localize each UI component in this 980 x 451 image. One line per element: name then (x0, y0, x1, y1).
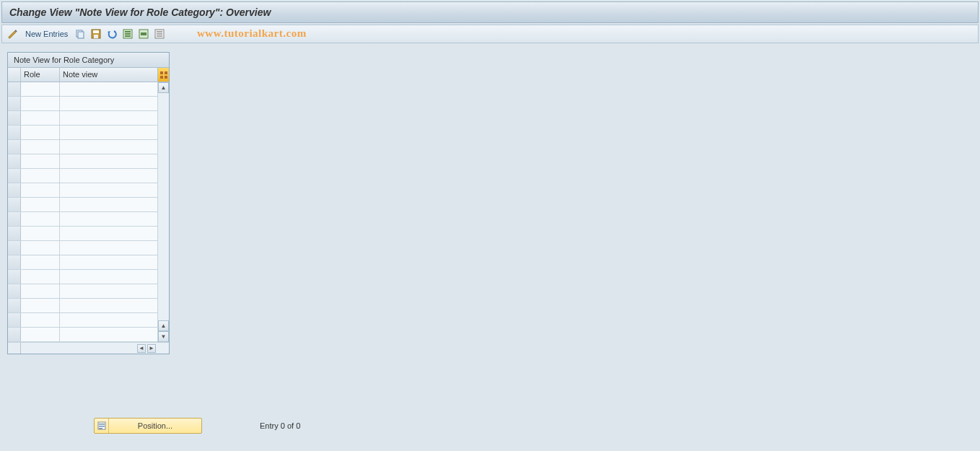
cell-role[interactable] (21, 270, 60, 284)
table-row[interactable] (8, 183, 157, 198)
column-selector-header[interactable] (8, 68, 21, 82)
table-row[interactable] (8, 198, 157, 212)
row-selector[interactable] (8, 270, 21, 284)
row-selector[interactable] (8, 227, 21, 240)
table-row[interactable] (8, 140, 157, 154)
cell-role[interactable] (21, 227, 60, 240)
scroll-right-icon[interactable]: ► (147, 344, 156, 353)
cell-role[interactable] (21, 82, 60, 96)
column-header-role[interactable]: Role (21, 68, 60, 82)
table-row[interactable] (8, 212, 157, 227)
cell-role[interactable] (21, 299, 60, 312)
deselect-all-icon[interactable] (153, 27, 166, 40)
cell-noteview[interactable] (60, 328, 157, 341)
scroll-down-icon[interactable]: ▼ (158, 331, 169, 342)
svg-rect-15 (160, 71, 163, 74)
table-row[interactable] (8, 328, 157, 342)
row-selector[interactable] (8, 183, 21, 197)
cell-noteview[interactable] (60, 241, 157, 255)
cell-role[interactable] (21, 241, 60, 255)
cell-role[interactable] (21, 97, 60, 110)
row-selector[interactable] (8, 241, 21, 255)
table-row[interactable] (8, 169, 157, 183)
table-row[interactable] (8, 227, 157, 241)
row-selector[interactable] (8, 313, 21, 327)
copy-icon[interactable] (74, 27, 87, 40)
row-selector[interactable] (8, 126, 21, 139)
cell-noteview[interactable] (60, 255, 157, 269)
table-row[interactable] (8, 97, 157, 111)
table-row[interactable] (8, 82, 157, 97)
select-block-icon[interactable] (137, 27, 150, 40)
cell-noteview[interactable] (60, 169, 157, 183)
cell-noteview[interactable] (60, 97, 157, 110)
table-settings-icon[interactable] (157, 68, 169, 82)
cell-role[interactable] (21, 198, 60, 211)
table-row[interactable] (8, 154, 157, 169)
cell-role[interactable] (21, 111, 60, 125)
row-selector[interactable] (8, 212, 21, 226)
page-title: Change View "Note View for Role Category… (1, 1, 979, 23)
row-selector[interactable] (8, 284, 21, 298)
column-header-noteview[interactable]: Note view (60, 68, 157, 82)
cell-noteview[interactable] (60, 212, 157, 226)
cell-role[interactable] (21, 255, 60, 269)
row-selector[interactable] (8, 328, 21, 341)
table-row[interactable] (8, 284, 157, 299)
vertical-scrollbar[interactable]: ▲ ▲ ▼ (157, 82, 169, 342)
row-selector[interactable] (8, 299, 21, 312)
cell-noteview[interactable] (60, 126, 157, 139)
table-row[interactable] (8, 111, 157, 126)
row-selector[interactable] (8, 82, 21, 96)
table-row[interactable] (8, 270, 157, 284)
cell-noteview[interactable] (60, 82, 157, 96)
cell-noteview[interactable] (60, 183, 157, 197)
svg-rect-8 (125, 35, 131, 37)
table-row[interactable] (8, 255, 157, 270)
cell-role[interactable] (21, 328, 60, 341)
cell-role[interactable] (21, 313, 60, 327)
cell-role[interactable] (21, 169, 60, 183)
cell-noteview[interactable] (60, 284, 157, 298)
cell-role[interactable] (21, 126, 60, 139)
position-icon (95, 419, 109, 433)
select-all-icon[interactable] (121, 27, 134, 40)
row-selector[interactable] (8, 97, 21, 110)
svg-rect-20 (99, 424, 105, 425)
svg-rect-21 (99, 426, 105, 427)
cell-noteview[interactable] (60, 154, 157, 168)
row-selector[interactable] (8, 111, 21, 125)
cell-role[interactable] (21, 183, 60, 197)
cell-role[interactable] (21, 140, 60, 154)
cell-noteview[interactable] (60, 227, 157, 240)
scroll-up-icon[interactable]: ▲ (158, 82, 169, 93)
row-selector[interactable] (8, 255, 21, 269)
row-selector[interactable] (8, 154, 21, 168)
cell-noteview[interactable] (60, 313, 157, 327)
table-row[interactable] (8, 126, 157, 140)
row-selector[interactable] (8, 169, 21, 183)
cell-noteview[interactable] (60, 270, 157, 284)
cell-role[interactable] (21, 154, 60, 168)
new-entries-button[interactable]: New Entries (22, 30, 71, 38)
cell-noteview[interactable] (60, 140, 157, 154)
position-button[interactable]: Position... (94, 418, 202, 434)
change-display-icon[interactable] (6, 27, 19, 40)
table-row[interactable] (8, 241, 157, 255)
undo-icon[interactable] (105, 27, 118, 40)
row-selector[interactable] (8, 140, 21, 154)
row-selector[interactable] (8, 198, 21, 211)
save-icon[interactable] (89, 27, 102, 40)
cell-noteview[interactable] (60, 299, 157, 312)
horizontal-scrollbar[interactable]: ◄ ► (8, 342, 169, 354)
table-row[interactable] (8, 299, 157, 313)
cell-noteview[interactable] (60, 111, 157, 125)
cell-role[interactable] (21, 284, 60, 298)
svg-rect-7 (125, 33, 131, 35)
table-row[interactable] (8, 313, 157, 328)
scroll-up-icon[interactable]: ▲ (158, 320, 169, 331)
svg-rect-17 (160, 76, 163, 79)
scroll-left-icon[interactable]: ◄ (137, 344, 146, 353)
cell-noteview[interactable] (60, 198, 157, 211)
cell-role[interactable] (21, 212, 60, 226)
